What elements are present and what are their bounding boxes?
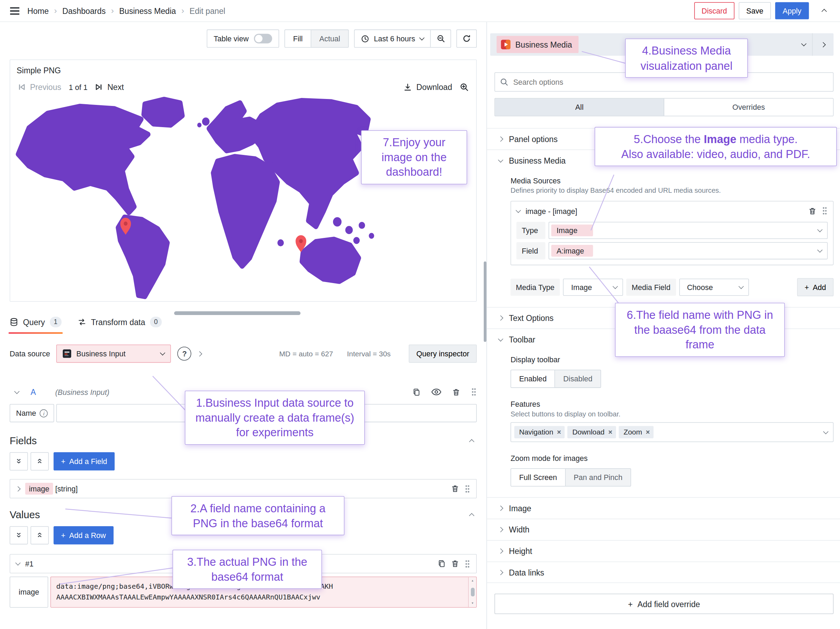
data-source-picker[interactable]: Business Input [57,345,171,363]
media-type-select[interactable]: Image [549,222,828,239]
section-data-links[interactable]: Data links [487,562,840,583]
feature-chip-zoom: Zoom × [619,426,654,438]
expand-all-fields-button[interactable] [30,452,49,470]
discard-button[interactable]: Discard [694,2,734,19]
query-row-actions [412,387,477,396]
copy-icon[interactable] [412,387,420,396]
tab-query[interactable]: Query 1 [10,317,62,334]
tab-overrides[interactable]: Overrides [664,99,833,115]
apply-button[interactable]: Apply [775,2,809,19]
collapse-all-rows-button[interactable] [10,526,28,544]
query-stats: MD = auto = 627 Interval = 30s [279,350,391,358]
features-description: Select buttons to display on toolbar. [510,410,834,418]
add-field-button[interactable]: + Add a Field [54,452,115,470]
tab-transform-data[interactable]: Transform data 0 [77,317,161,334]
zoom-in-icon [460,83,469,92]
download-button[interactable]: Download [404,83,452,92]
drag-handle-icon[interactable] [822,206,828,215]
collapse-header-icon[interactable] [816,3,831,18]
collapse-all-fields-button[interactable] [10,452,28,470]
features-multiselect[interactable]: Navigation × Download × Zoom × [510,422,834,442]
database-icon [10,318,18,327]
add-row-button[interactable]: + Add a Row [54,526,113,544]
media-source-title: image - [image] [526,207,577,215]
remove-chip-icon[interactable]: × [608,428,613,436]
help-button[interactable]: ? [177,347,191,360]
new-media-type-label: Media Type [510,278,560,296]
media-source-card-header[interactable]: image - [image] [511,201,833,220]
hamburger-menu-icon[interactable] [9,5,21,17]
collapse-fields-icon[interactable] [469,439,474,444]
new-media-field-select[interactable]: Choose [679,278,749,296]
trash-icon[interactable] [452,387,460,396]
new-media-field-label: Media Field [627,278,676,296]
breadcrumb: Home › Dashboards › Business Media › Edi… [27,6,225,16]
refresh-button[interactable] [456,30,477,47]
plus-icon: + [805,283,809,292]
collapse-values-icon[interactable] [469,513,474,518]
fit-actual-option[interactable]: Actual [311,30,348,47]
textarea-scrollbar[interactable]: ▴ ▾ [468,577,476,607]
annotation-5: 5.Choose the Image media type.Also avail… [594,127,837,166]
eye-icon[interactable] [431,388,441,395]
breadcrumb-dashboard-name[interactable]: Business Media [119,6,176,15]
expand-all-rows-button[interactable] [30,526,49,544]
next-image-button[interactable]: Next [95,83,124,92]
section-width[interactable]: Width [487,518,840,540]
save-button[interactable]: Save [739,2,771,19]
section-image[interactable]: Image [487,497,840,519]
zoom-full-screen-option[interactable]: Full Screen [511,469,566,486]
chevron-right-icon[interactable] [197,351,202,356]
breadcrumb-dashboards[interactable]: Dashboards [62,6,106,15]
toggle-options-pane-button[interactable] [812,33,834,56]
media-type-value: Image [551,224,593,236]
new-media-type-select[interactable]: Image [563,278,623,296]
fit-fill-option[interactable]: Fill [285,30,311,47]
trash-icon[interactable] [451,485,459,493]
horizontal-scrollbar-thumb[interactable] [174,311,300,315]
add-field-override-button[interactable]: + Add field override [494,594,834,614]
breadcrumb-separator: › [181,6,184,16]
time-zoom-out-button[interactable] [430,30,451,47]
app-header: Home › Dashboards › Business Media › Edi… [0,0,840,22]
toolbar-disabled-option[interactable]: Disabled [555,370,600,387]
drag-handle-icon[interactable] [465,484,471,493]
data-source-name: Business Input [76,349,126,358]
copy-icon[interactable] [437,559,445,568]
field-name[interactable]: image [25,483,53,495]
double-chevron-down-icon [16,532,22,539]
tab-all-options[interactable]: All [495,99,664,115]
grafana-edit-panel-screen: Home › Dashboards › Business Media › Edi… [0,0,840,629]
remove-chip-icon[interactable]: × [557,428,561,436]
annotation-2: 2.A field name containing a PNG in the b… [172,496,344,536]
expand-field-icon[interactable] [15,486,21,491]
display-toolbar-segmented: Enabled Disabled [510,370,601,387]
section-height[interactable]: Height [487,540,840,562]
search-icon [500,78,508,87]
scroll-up-icon[interactable]: ▴ [471,578,474,584]
scroll-down-icon[interactable]: ▾ [471,600,474,607]
breadcrumb-home[interactable]: Home [27,6,49,15]
trash-icon[interactable] [451,559,459,568]
visualization-picker-highlight: Business Media [497,36,578,53]
query-inspector-button[interactable]: Query inspector [409,345,477,363]
zoom-pan-pinch-option[interactable]: Pan and Pinch [566,469,631,486]
add-media-source-button[interactable]: + Add [797,278,834,296]
time-range-picker[interactable]: Last 6 hours [355,30,430,47]
collapse-query-icon[interactable] [14,389,19,394]
trash-icon[interactable] [808,207,816,215]
vertical-scrollbar-thumb[interactable] [484,262,486,342]
remove-chip-icon[interactable]: × [646,428,650,436]
media-field-value: A:image [551,245,593,257]
table-view-toggle[interactable] [254,34,272,43]
zoom-in-button[interactable] [460,83,469,92]
drag-handle-icon[interactable] [471,387,477,396]
collapse-row-icon[interactable] [15,560,21,566]
zoom-out-icon [436,35,445,43]
previous-image-button[interactable]: Previous [18,83,62,92]
media-field-select[interactable]: A:image [549,242,828,259]
drag-handle-icon[interactable] [465,559,471,568]
scrollbar-thumb[interactable] [471,588,474,596]
toolbar-enabled-option[interactable]: Enabled [511,370,555,387]
query-ref-id: A [30,387,36,396]
